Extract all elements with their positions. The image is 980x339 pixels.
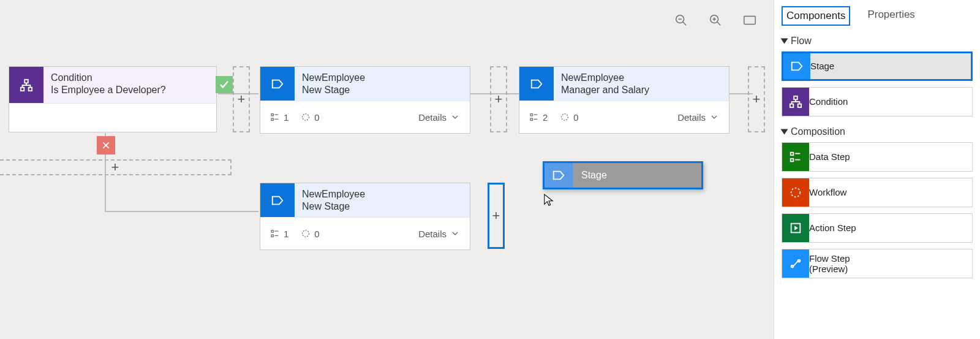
details-toggle[interactable]: Details: [418, 112, 460, 123]
condition-false-icon[interactable]: [97, 136, 115, 154]
condition-true-icon: [216, 76, 233, 93]
svg-rect-31: [791, 153, 794, 156]
component-data-step[interactable]: Data Step: [782, 142, 973, 172]
stage-node-1[interactable]: NewEmployee New Stage 1 0 Details: [260, 66, 470, 134]
condition-node[interactable]: Condition Is Employee a Developer?: [9, 66, 217, 132]
plus-icon: +: [495, 91, 503, 107]
component-workflow[interactable]: Workflow: [782, 178, 973, 207]
cursor-icon: [543, 193, 554, 209]
stage-entity: NewEmployee: [302, 72, 365, 84]
stage-entity: NewEmployee: [302, 188, 365, 200]
component-label: Action Step: [809, 223, 856, 233]
zoom-out-icon[interactable]: [674, 13, 688, 29]
component-action-step[interactable]: Action Step: [782, 213, 973, 243]
component-label: Condition: [809, 96, 848, 107]
svg-rect-30: [798, 104, 802, 108]
svg-point-22: [562, 114, 568, 121]
section-header-composition[interactable]: Composition: [782, 126, 973, 137]
condition-subtitle: Is Employee a Developer?: [51, 84, 166, 96]
condition-title: Condition: [51, 72, 166, 84]
plus-icon: +: [238, 91, 246, 107]
chevron-down-icon: [450, 112, 460, 122]
workflow-icon: [782, 178, 809, 207]
svg-rect-14: [271, 118, 273, 120]
svg-point-35: [791, 188, 801, 197]
svg-line-1: [683, 22, 687, 26]
component-stage[interactable]: Stage: [782, 51, 973, 81]
svg-rect-10: [29, 87, 32, 91]
svg-line-4: [717, 22, 721, 26]
zoom-in-icon[interactable]: [709, 13, 722, 29]
stage-name: New Stage: [302, 200, 365, 213]
svg-rect-28: [794, 96, 797, 100]
tab-components[interactable]: Components: [782, 6, 850, 26]
svg-rect-18: [530, 114, 532, 116]
chevron-down-icon: [709, 112, 719, 122]
chevron-down-icon: [450, 229, 460, 238]
svg-rect-29: [790, 104, 794, 108]
plus-icon: +: [492, 208, 500, 224]
svg-rect-8: [24, 79, 28, 83]
stage-entity: NewEmployee: [561, 72, 649, 84]
svg-point-27: [303, 230, 309, 237]
stage-node-branch[interactable]: NewEmployee New Stage 1 0 Details: [260, 183, 470, 250]
svg-marker-37: [794, 226, 798, 230]
drag-ghost-label: Stage: [573, 170, 607, 181]
dropzone-below-condition[interactable]: [0, 159, 232, 175]
component-condition[interactable]: Condition: [782, 87, 973, 116]
plus-icon: +: [753, 91, 761, 107]
dropzone-after-condition[interactable]: +: [233, 66, 250, 132]
svg-point-17: [303, 114, 309, 121]
component-label: Workflow: [809, 187, 846, 197]
condition-icon: [9, 67, 43, 103]
stage-name: Manager and Salary: [561, 84, 649, 96]
stage-name: New Stage: [302, 84, 365, 96]
stage-icon: [260, 67, 295, 101]
drag-ghost-stage[interactable]: Stage: [543, 161, 703, 189]
sidebar: Components Properties Flow Stage Conditi…: [774, 0, 980, 339]
component-label: Data Step: [809, 151, 850, 162]
collapse-icon: [781, 129, 788, 135]
svg-rect-19: [530, 118, 532, 120]
svg-rect-9: [21, 87, 24, 91]
stage-icon: [519, 67, 554, 101]
component-label: Stage: [810, 61, 834, 71]
details-toggle[interactable]: Details: [677, 112, 719, 123]
details-toggle[interactable]: Details: [418, 229, 460, 239]
workflows-count: 0: [301, 112, 319, 123]
svg-rect-24: [271, 235, 273, 237]
data-step-icon: [782, 143, 809, 171]
dropzone-after-2[interactable]: +: [748, 66, 765, 132]
stage-node-2[interactable]: NewEmployee Manager and Salary 2 0 Detai…: [519, 66, 729, 134]
component-flow-step[interactable]: Flow Step (Preview): [782, 249, 973, 278]
workflows-count: 0: [560, 112, 578, 123]
stage-icon: [545, 163, 573, 188]
action-step-icon: [782, 214, 809, 242]
steps-count: 1: [270, 229, 288, 239]
dropzone-after-branch-stage[interactable]: +: [488, 183, 505, 249]
flow-step-icon: [782, 249, 809, 278]
stage-icon: [783, 53, 810, 79]
collapse-icon: [781, 39, 788, 44]
condition-icon: [782, 88, 809, 116]
svg-rect-13: [271, 114, 273, 116]
steps-count: 2: [529, 112, 548, 123]
workflows-count: 0: [301, 229, 319, 239]
svg-rect-7: [744, 17, 755, 25]
svg-rect-32: [791, 159, 794, 162]
component-label: Flow Step (Preview): [809, 253, 850, 275]
svg-rect-23: [271, 230, 273, 232]
tab-properties[interactable]: Properties: [864, 6, 918, 26]
dropzone-between-1-2[interactable]: +: [490, 66, 507, 132]
steps-count: 1: [270, 112, 288, 123]
fit-screen-icon[interactable]: [743, 13, 756, 29]
section-header-flow[interactable]: Flow: [782, 36, 973, 47]
stage-icon: [260, 183, 295, 217]
